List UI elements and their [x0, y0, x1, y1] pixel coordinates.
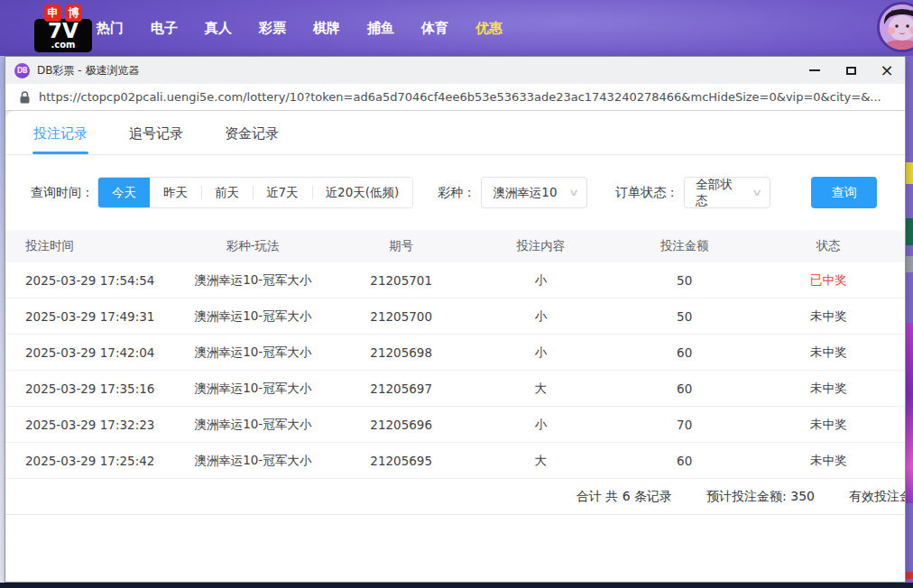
site-topbar: 申 博 7V .com 热门 电子 真人 彩票 棋牌 捕鱼 体育 优惠 [0, 0, 913, 56]
site-nav: 热门 电子 真人 彩票 棋牌 捕鱼 体育 优惠 [83, 0, 516, 56]
cell-time: 2025-03-29 17:32:23 [5, 418, 167, 432]
cell-content: 小 [464, 272, 616, 289]
cell-play: 澳洲幸运10-冠军大小 [167, 381, 337, 397]
window-titlebar[interactable]: DB DB彩票 - 极速浏览器 × [5, 57, 905, 84]
tab-bet-records[interactable]: 投注记录 [32, 125, 88, 154]
col-header-time: 投注时间 [5, 238, 167, 254]
nav-item-promo[interactable]: 优惠 [462, 20, 516, 37]
bet-records-table: 投注时间 彩种-玩法 期号 投注内容 投注金额 状态 2025-03-29 17… [5, 230, 905, 515]
col-header-status: 状态 [752, 238, 904, 254]
lock-icon [20, 91, 30, 104]
window-title: DB彩票 - 极速浏览器 [37, 63, 139, 78]
search-button[interactable]: 查询 [811, 177, 877, 208]
cell-content: 小 [464, 417, 616, 433]
order-status-value: 全部状态 [696, 177, 742, 209]
logo-badge-bo: 博 [65, 5, 82, 22]
avatar-image [880, 5, 913, 50]
cell-content: 小 [464, 308, 616, 325]
time-option-day-before[interactable]: 前天 [201, 178, 253, 207]
cell-play: 澳洲幸运10-冠军大小 [167, 272, 337, 289]
cell-issue: 21205698 [338, 345, 465, 360]
lottery-type-select[interactable]: 澳洲幸运10 ∨ [481, 177, 587, 208]
url-text[interactable]: https://ctopcp02pcali.uengi5e.com/lotter… [39, 90, 881, 104]
lottery-type-label: 彩种： [438, 185, 475, 201]
nav-item-fishing[interactable]: 捕鱼 [354, 20, 408, 37]
table-row: 2025-03-29 17:25:42 澳洲幸运10-冠军大小 21205695… [5, 443, 905, 479]
logo-main-text: 7V [48, 21, 78, 41]
nav-item-live[interactable]: 真人 [191, 20, 245, 37]
cell-time: 2025-03-29 17:35:16 [5, 381, 167, 396]
time-option-7days[interactable]: 近7天 [253, 178, 312, 207]
cell-content: 大 [464, 453, 616, 469]
edge-thumb-4 [906, 323, 913, 503]
filter-bar: 查询时间： 今天 昨天 前天 近7天 近20天(低频) 彩种： 澳洲幸运10 ∨… [31, 177, 905, 208]
cell-issue: 21205700 [338, 309, 465, 324]
cell-status: 未中奖 [752, 381, 904, 397]
time-option-yesterday[interactable]: 昨天 [150, 178, 201, 207]
cell-amount: 50 [617, 273, 752, 288]
cell-play: 澳洲幸运10-冠军大小 [167, 417, 337, 433]
summary-total: 合计 共 6 条记录 [576, 489, 672, 505]
table-row: 2025-03-29 17:54:54 澳洲幸运10-冠军大小 21205701… [5, 262, 905, 299]
minimize-icon [809, 69, 820, 71]
table-header: 投注时间 彩种-玩法 期号 投注内容 投注金额 状态 [5, 230, 905, 262]
edge-thumb-5 [906, 572, 913, 579]
page-background: 投注记录 追号记录 资金记录 查询时间： 今天 [5, 111, 905, 582]
cell-time: 2025-03-29 17:49:31 [5, 309, 167, 324]
nav-item-sports[interactable]: 体育 [408, 20, 462, 37]
minimize-button[interactable] [797, 57, 833, 84]
time-range-group: 今天 昨天 前天 近7天 近20天(低频) [97, 177, 413, 208]
tab-fund-records[interactable]: 资金记录 [224, 125, 280, 154]
time-option-today[interactable]: 今天 [98, 178, 150, 207]
logo-badge-shen: 申 [44, 5, 61, 22]
cell-amount: 60 [617, 381, 752, 396]
cell-issue: 21205697 [338, 381, 465, 396]
summary-row: 合计 共 6 条记录 预计投注金额: 350 有效投注金 [5, 479, 905, 515]
cell-amount: 60 [617, 345, 752, 360]
nav-item-hot[interactable]: 热门 [83, 20, 137, 37]
chevron-down-icon: ∨ [568, 187, 579, 198]
lottery-type-value: 澳洲幸运10 [493, 185, 557, 201]
summary-expected-amount: 预计投注金额: 350 [706, 489, 815, 505]
order-status-select[interactable]: 全部状态 ∨ [684, 177, 770, 208]
cell-status: 未中奖 [752, 417, 904, 433]
nav-item-slots[interactable]: 电子 [137, 20, 191, 37]
logo-suffix-text: .com [51, 41, 75, 50]
cell-time: 2025-03-29 17:25:42 [5, 454, 167, 468]
cell-amount: 60 [617, 454, 752, 468]
nav-item-cards[interactable]: 棋牌 [300, 20, 354, 37]
query-time-label: 查询时间： [31, 185, 94, 201]
cell-amount: 70 [617, 418, 752, 432]
maximize-button[interactable] [833, 57, 869, 84]
close-icon: × [880, 62, 893, 78]
active-tab-underline [32, 152, 88, 154]
browser-window: DB DB彩票 - 极速浏览器 × https://ctopcp02pcali.… [5, 56, 906, 583]
tab-bar: 投注记录 追号记录 资金记录 [5, 111, 905, 155]
table-row: 2025-03-29 17:49:31 澳洲幸运10-冠军大小 21205700… [5, 299, 905, 335]
cell-content: 大 [464, 381, 616, 397]
cell-amount: 50 [617, 309, 752, 324]
maximize-icon [846, 67, 856, 75]
page-bottom-bar [0, 583, 913, 588]
nav-item-lottery[interactable]: 彩票 [245, 20, 300, 37]
edge-thumb-1 [906, 162, 913, 184]
cell-time: 2025-03-29 17:42:04 [5, 345, 167, 360]
content-card: 投注记录 追号记录 资金记录 查询时间： 今天 [5, 111, 905, 582]
tab-chase-records[interactable]: 追号记录 [128, 125, 184, 154]
browser-favicon-icon: DB [14, 63, 30, 78]
cell-status: 未中奖 [752, 453, 904, 469]
user-avatar[interactable] [877, 2, 913, 52]
edge-thumb-2 [906, 218, 913, 245]
close-button[interactable]: × [869, 57, 905, 84]
url-bar[interactable]: https://ctopcp02pcali.uengi5e.com/lotter… [5, 84, 905, 111]
col-header-play: 彩种-玩法 [167, 238, 337, 254]
logo-badges: 申 博 [44, 5, 82, 22]
tab-label: 资金记录 [225, 125, 279, 142]
col-header-amount: 投注金额 [617, 238, 752, 254]
summary-valid-amount: 有效投注金 [849, 489, 905, 505]
cell-status: 未中奖 [752, 308, 904, 325]
edge-thumb-3 [906, 256, 913, 272]
cell-status: 已中奖 [752, 272, 904, 289]
cell-status: 未中奖 [752, 345, 904, 361]
time-option-20days[interactable]: 近20天(低频) [312, 178, 413, 207]
